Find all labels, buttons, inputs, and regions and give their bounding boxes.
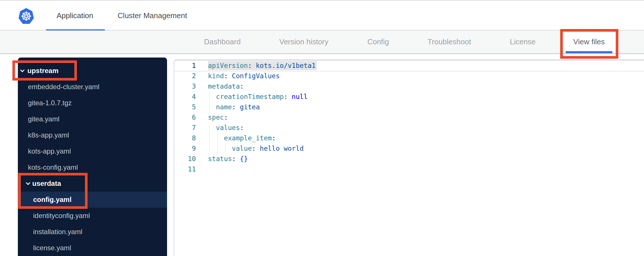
code-line: 8 example_item: bbox=[174, 133, 644, 143]
line-number: 4 bbox=[174, 91, 196, 102]
code-text: name: gitea bbox=[208, 102, 260, 112]
code-line: 4 creationTimestamp: null bbox=[174, 91, 644, 102]
tab-cluster-management[interactable]: Cluster Management bbox=[118, 1, 187, 30]
folder-label: userdata bbox=[32, 175, 61, 192]
line-number: 1 bbox=[174, 60, 196, 71]
tab-troubleshoot[interactable]: Troubleshoot bbox=[428, 30, 471, 53]
file-tree-sidebar: upstreamembedded-cluster.yamlgitea-1.0.7… bbox=[18, 58, 167, 256]
tree-file-embedded-cluster.yaml[interactable]: embedded-cluster.yaml bbox=[18, 79, 167, 95]
code-text: apiVersion: kots.io/v1beta1 bbox=[208, 60, 316, 71]
line-number: 2 bbox=[174, 71, 196, 81]
tree-file-gitea.yaml[interactable]: gitea.yaml bbox=[18, 111, 167, 127]
chevron-down-icon[interactable] bbox=[20, 68, 25, 72]
top-bar: ☸ Application Cluster Management bbox=[0, 0, 644, 30]
tab-dashboard[interactable]: Dashboard bbox=[204, 30, 240, 53]
code-line: 11 bbox=[174, 164, 644, 174]
file-label: installation.yaml bbox=[33, 224, 82, 240]
line-number: 7 bbox=[174, 123, 196, 133]
tree-file-k8s-app.yaml[interactable]: k8s-app.yaml bbox=[18, 127, 167, 143]
tree-folder-userdata[interactable]: userdata bbox=[18, 175, 167, 192]
tree-file-identityconfig.yaml[interactable]: identityconfig.yaml bbox=[18, 208, 167, 224]
code-line: 2kind: ConfigValues bbox=[174, 71, 644, 81]
tree-file-license.yaml[interactable]: license.yaml bbox=[18, 240, 167, 256]
tree-file-kots-app.yaml[interactable]: kots-app.yaml bbox=[18, 143, 167, 159]
line-number: 6 bbox=[174, 112, 196, 123]
secondary-nav: Dashboard Version history Config Trouble… bbox=[0, 30, 644, 54]
tree-file-gitea-1.0.7.tgz[interactable]: gitea-1.0.7.tgz bbox=[18, 95, 167, 111]
line-number: 10 bbox=[174, 154, 196, 164]
line-number: 5 bbox=[174, 102, 196, 112]
code-text: example_item: bbox=[208, 133, 276, 143]
tab-application[interactable]: Application bbox=[56, 1, 93, 30]
code-text: status: {} bbox=[208, 154, 248, 164]
code-line: 3metadata: bbox=[174, 81, 644, 91]
code-editor[interactable]: 1apiVersion: kots.io/v1beta12kind: Confi… bbox=[174, 60, 644, 256]
file-label: gitea-1.0.7.tgz bbox=[28, 95, 72, 111]
code-line: 5 name: gitea bbox=[174, 102, 644, 112]
code-text: values: bbox=[208, 123, 244, 133]
file-label: embedded-cluster.yaml bbox=[28, 79, 99, 95]
line-number: 3 bbox=[174, 81, 196, 91]
file-label: config.yaml bbox=[33, 192, 71, 208]
file-label: k8s-app.yaml bbox=[28, 127, 69, 143]
tab-version-history[interactable]: Version history bbox=[279, 30, 329, 53]
line-number: 8 bbox=[174, 133, 196, 143]
tree-file-config.yaml[interactable]: config.yaml bbox=[18, 192, 167, 208]
tab-config[interactable]: Config bbox=[367, 30, 389, 53]
tree-file-kots-config.yaml[interactable]: kots-config.yaml bbox=[18, 159, 167, 175]
code-text: metadata: bbox=[208, 81, 244, 91]
file-label: gitea.yaml bbox=[28, 111, 59, 127]
folder-label: upstream bbox=[27, 63, 58, 79]
file-label: identityconfig.yaml bbox=[33, 208, 90, 224]
active-subnav-underline bbox=[566, 51, 612, 53]
line-number: 9 bbox=[174, 143, 196, 154]
file-label: kots-app.yaml bbox=[28, 143, 71, 159]
tree-file-installation.yaml[interactable]: installation.yaml bbox=[18, 224, 167, 240]
tab-view-files[interactable]: View files bbox=[573, 30, 605, 53]
code-text: creationTimestamp: null bbox=[208, 91, 308, 102]
tree-folder-upstream[interactable]: upstream bbox=[18, 63, 167, 79]
line-number: 11 bbox=[174, 164, 196, 174]
file-label: kots-config.yaml bbox=[28, 159, 78, 175]
code-line: 10status: {} bbox=[174, 154, 644, 164]
code-line: 1apiVersion: kots.io/v1beta1 bbox=[174, 60, 644, 71]
chevron-down-icon[interactable] bbox=[26, 181, 31, 185]
code-text: kind: ConfigValues bbox=[208, 71, 280, 81]
kubernetes-logo-icon[interactable]: ☸ bbox=[18, 8, 34, 25]
file-label: license.yaml bbox=[33, 240, 71, 256]
code-line: 9 value: hello world bbox=[174, 143, 644, 154]
code-line: 6spec: bbox=[174, 112, 644, 123]
code-line: 7 values: bbox=[174, 123, 644, 133]
tab-license[interactable]: License bbox=[510, 30, 536, 53]
code-text: spec: bbox=[208, 112, 228, 123]
code-text: value: hello world bbox=[208, 143, 304, 154]
